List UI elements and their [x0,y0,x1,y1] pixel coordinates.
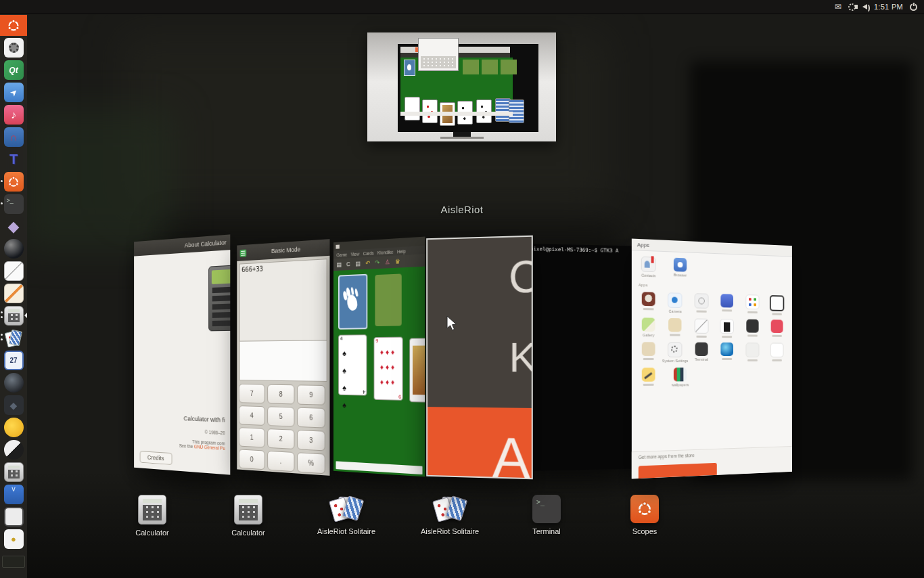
terminal-icon: >_ [532,495,561,523]
volume-indicator-icon[interactable] [862,4,867,9]
launcher-item-disk-usage[interactable] [0,439,27,461]
globe-icon [4,373,24,393]
launcher-item-document-editor[interactable] [0,282,27,305]
about-app-name: Calculator with fi [139,414,225,424]
launcher-item-duck-app[interactable] [0,416,27,439]
calculator-icon [138,495,166,525]
power-indicator-icon[interactable] [910,3,917,11]
launcher-item-system-settings[interactable] [0,37,27,59]
terminal-icon [695,342,708,356]
card-9-diamonds: 9 ♦♦♦♦♦♦♦♦♦ 9 [374,337,403,401]
hint-icon: ♙ [385,259,390,265]
switcher-app-scopes[interactable]: Scopes [594,495,695,535]
calculator-icon [4,306,24,326]
mouse-cursor [446,315,459,333]
gallery-icon [642,317,655,332]
shirt-icon: ∨ [4,485,24,504]
gold-dot-icon: ● [4,529,24,549]
window-thumbnail-about-calculator[interactable]: About Calculator Calculator with fi © 19… [134,234,230,474]
launcher-item-aisleriot[interactable] [0,327,27,349]
new-game-icon: ▤ [336,261,342,268]
big-letter: K [509,333,533,382]
playing-cards-icon [330,495,363,523]
store-text: Get more apps from the store [632,447,792,460]
launcher: Qt ➤ ♪ ∩ T >_ ◆ 27 ◆ ∨ ● [0,14,27,578]
calc-key: 3 [297,430,325,451]
switcher-app-aisleriot-2[interactable]: AisleRiot Solitaire [399,495,501,535]
undo-icon: ↶ [365,260,370,267]
top-panel: ✉ 1:51 PM [0,0,924,14]
calculator-keypad: 7 8 9 4 5 6 1 2 3 0 . % [237,380,329,474]
desktop: ✉ 1:51 PM Qt ➤ ♪ ∩ T >_ ◆ 27 ◆ ∨ [0,0,924,578]
app-icon [694,319,708,334]
pencil-pad-icon [4,284,24,303]
window-thumbnail-scopes[interactable]: Apps Contacts Browser Apps Camera Galler… [632,239,792,479]
launcher-item-medal-app[interactable]: ● [0,528,27,550]
camera-icon [668,292,683,308]
pie-icon [4,440,24,460]
app-icon [745,294,759,309]
dark-tray-icon [2,556,25,568]
launcher-item-clothing-app[interactable]: ∨ [0,483,27,506]
card-4-spades: 4 ♠♠♠♠ 4 [338,334,367,395]
music-note-icon: ♪ [4,105,24,125]
switcher-app-calculator-2[interactable]: Calculator [198,495,299,537]
calculator-icon [234,495,262,525]
window-thumbnail-aisleriot-2-selected[interactable]: C K A [426,236,533,480]
ubuntu-logo-icon [6,18,21,33]
camera-sphere-icon [4,239,24,259]
calc-key: % [297,452,325,474]
launcher-item-music-player[interactable]: ♪ [0,104,27,126]
calc-key: 4 [239,405,265,426]
folder-icon [4,507,24,527]
launcher-item-audio-player[interactable]: ∩ [0,126,27,148]
window-thumbnail-calculator[interactable]: Basic Mode 666+33 7 8 9 4 5 6 1 2 3 0 . … [237,239,329,476]
calculator-display: 666+33 [239,259,327,341]
launcher-item-tetris-game[interactable]: T [0,148,27,171]
deal-icon: ♛ [395,258,400,265]
video-window-thumbnail[interactable] [367,32,556,141]
calc-key: 1 [239,427,265,447]
calc-key: 5 [267,406,294,426]
ubuntu-logo-icon [636,500,653,518]
redo-icon: ↷ [375,259,379,266]
launcher-item-ubuntu-dash[interactable] [0,14,27,37]
switcher-app-aisleriot-1[interactable]: AisleRiot Solitaire [296,495,397,535]
app-icon [746,319,758,333]
switcher-app-terminal[interactable]: >_ Terminal [496,495,597,535]
launcher-item-web-browser[interactable]: ➤ [0,81,27,104]
launcher-item-cube-game[interactable]: ◆ [0,394,27,416]
launcher-item-tray-app[interactable] [0,550,27,573]
switcher-selected-label: AisleRiot [0,204,924,215]
calculator-app-icon [240,249,247,257]
launcher-item-scopes[interactable] [0,171,27,193]
indicator-tray: ✉ 1:51 PM [835,3,924,11]
launcher-item-calculator-2[interactable] [0,461,27,483]
mail-indicator-icon[interactable]: ✉ [835,3,841,11]
app-icon [668,318,681,332]
launcher-item-camera-app[interactable] [0,238,27,260]
launcher-item-qt-app[interactable]: Qt [0,59,27,81]
about-copyright: © 1986–20 [139,426,225,435]
launcher-item-file-manager[interactable] [0,506,27,528]
launcher-item-calculator[interactable] [0,305,27,327]
diamond-icon: ◆ [4,217,24,236]
playing-cards-icon [4,328,24,348]
clock[interactable]: 1:51 PM [874,3,903,11]
playing-cards-icon [434,495,466,523]
window-thumbnail-aisleriot-1[interactable]: GameView CardsKlondike Help ▤ C ▤ ↶ ↷ ♙ … [333,237,425,477]
calc-key: 6 [297,407,325,428]
cube-icon: ◆ [4,395,24,415]
system-settings-icon [668,342,683,357]
gear-icon [9,43,19,53]
backdrop-blur [20,108,176,250]
app-icon [720,319,734,334]
calc-key: 8 [267,384,294,405]
launcher-item-terminal[interactable]: >_ [0,193,27,215]
launcher-item-calendar[interactable]: 27 [0,349,27,372]
launcher-item-text-editor[interactable] [0,260,27,282]
switcher-app-calculator-1[interactable]: Calculator [101,495,203,537]
launcher-item-globe-app[interactable] [0,372,27,394]
calculator-result-area [239,340,327,382]
launcher-item-purple-diamond-app[interactable]: ◆ [0,215,27,238]
